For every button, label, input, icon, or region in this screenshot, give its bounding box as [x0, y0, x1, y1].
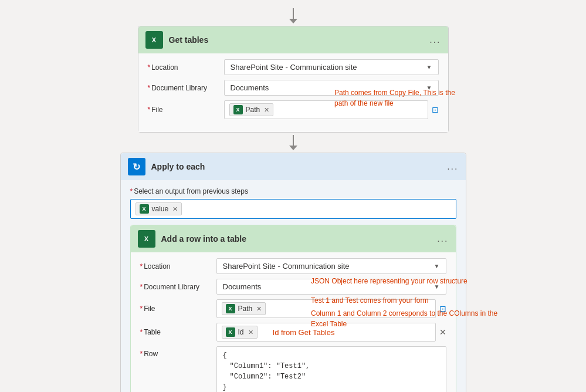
row-annotation-1: JSON Object here representing your row s… — [311, 276, 493, 286]
add-row-location-row: *Location SharePoint Site - Communicatio… — [140, 258, 446, 274]
top-arrow — [289, 8, 297, 23]
add-row-row-field-row: *Row { "Column1": "Test1", "Column2": "T… — [140, 346, 446, 392]
add-row-table-id-tag: X Id ✕ — [222, 326, 258, 339]
add-row-title: Add a row into a table — [161, 234, 246, 244]
get-tables-title: Get tables — [169, 35, 209, 45]
middle-arrow — [289, 135, 297, 150]
add-row-location-dropdown[interactable]: SharePoint Site - Communication site ▼ — [216, 258, 446, 274]
add-row-menu[interactable]: ... — [437, 234, 448, 244]
file-tag-close-icon[interactable]: ✕ — [264, 106, 269, 114]
add-row-table-label: *Table — [140, 328, 216, 336]
apply-each-card: ↻ Apply to each ... *Select an output fr… — [120, 153, 466, 392]
get-tables-card: X Get tables ... *Location SharePoint Si… — [138, 26, 449, 133]
select-output-box[interactable]: X value ✕ — [130, 199, 456, 219]
add-row-file-path-tag: X Path ✕ — [222, 302, 266, 315]
add-row-icon: X — [138, 230, 155, 248]
get-tables-menu[interactable]: ... — [429, 35, 441, 45]
row-annotation-3: Column 1 and Column 2 corresponds to the… — [311, 308, 510, 329]
add-row-table-tag-excel-icon: X — [226, 327, 235, 337]
add-row-row-value[interactable]: { "Column1": "Test1", "Column2": "Test2"… — [216, 346, 446, 392]
value-tag-icon: X — [140, 204, 149, 214]
doc-library-label: *Document Library — [148, 84, 224, 92]
add-row-location-chevron-icon: ▼ — [434, 263, 440, 269]
file-path-tag: X Path ✕ — [229, 103, 274, 116]
location-label: *Location — [148, 63, 224, 72]
add-row-file-label: *File — [140, 305, 216, 313]
location-dropdown[interactable]: SharePoint Site - Communication site ▼ — [224, 59, 439, 75]
select-output-label: *Select an output from previous steps — [130, 187, 456, 195]
get-tables-header: X Get tables ... — [138, 26, 448, 53]
apply-each-icon: ↻ — [128, 158, 145, 175]
file-annotation: Path comes from Copy File, This is thepa… — [334, 87, 469, 109]
row-annotation-2: Test 1 and Test comes from your form — [311, 295, 493, 306]
location-field-row: *Location SharePoint Site - Communicatio… — [148, 59, 439, 75]
apply-each-header: ↻ Apply to each ... — [121, 153, 466, 180]
file-tag-excel-icon: X — [233, 105, 243, 114]
location-chevron-icon: ▼ — [426, 64, 432, 70]
value-tag-close-icon[interactable]: ✕ — [172, 205, 178, 213]
add-row-table-tag-close-icon[interactable]: ✕ — [248, 329, 253, 336]
get-tables-icon: X — [145, 31, 163, 49]
apply-each-menu[interactable]: ... — [447, 161, 458, 172]
add-row-row-label: *Row — [140, 346, 216, 358]
file-label: *File — [148, 106, 224, 114]
add-row-file-tag-close-icon[interactable]: ✕ — [256, 305, 262, 313]
add-row-location-label: *Location — [140, 262, 216, 271]
add-row-doclibrary-label: *Document Library — [140, 283, 216, 291]
add-row-header: X Add a row into a table ... — [131, 225, 456, 252]
apply-each-title: Apply to each — [151, 162, 205, 171]
value-tag: X value ✕ — [136, 202, 182, 215]
add-row-file-tag-excel-icon: X — [226, 304, 235, 313]
